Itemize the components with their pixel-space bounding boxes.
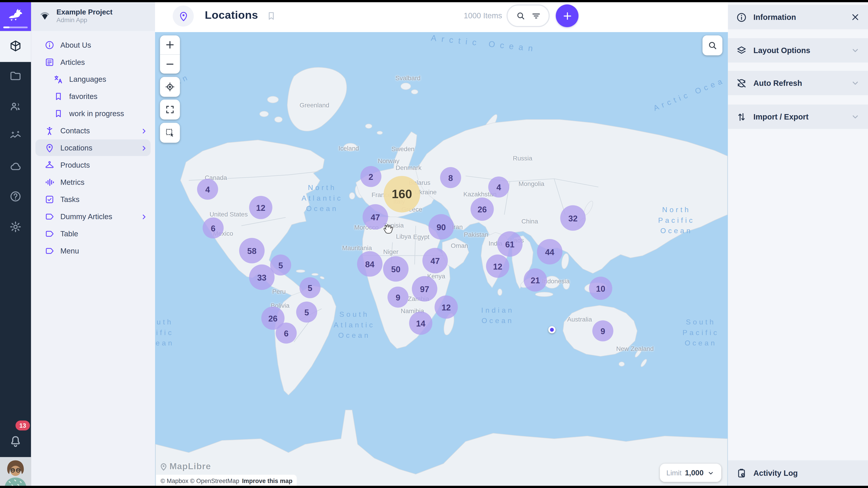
limit-dropdown[interactable]: Limit 1,000 bbox=[660, 464, 721, 482]
map-cluster-33[interactable]: 33 bbox=[249, 265, 275, 290]
chevron-down-icon[interactable] bbox=[850, 45, 860, 55]
person-icon bbox=[44, 126, 55, 136]
chevron-right-icon[interactable] bbox=[140, 144, 148, 153]
map-attribution[interactable]: © Mapbox © OpenStreetMap Improve this ma… bbox=[156, 475, 297, 487]
app-window: 13 Example Proj bbox=[0, 0, 868, 488]
collection-icon-button[interactable] bbox=[173, 5, 194, 26]
sidebar-item-products[interactable]: Products bbox=[31, 157, 155, 174]
sidebar-item-about-us[interactable]: About Us bbox=[31, 37, 155, 54]
panel-section-label: Information bbox=[753, 13, 796, 22]
label-icon bbox=[44, 228, 55, 239]
map-cluster-84[interactable]: 84 bbox=[357, 251, 383, 277]
sidebar-item-contacts[interactable]: Contacts bbox=[31, 122, 155, 139]
map-cluster-160[interactable]: 160 bbox=[383, 176, 420, 213]
chevron-down-icon bbox=[707, 469, 715, 477]
map-search-button[interactable] bbox=[703, 35, 722, 55]
add-item-button[interactable] bbox=[556, 4, 579, 27]
map-cluster-5[interactable]: 5 bbox=[300, 277, 320, 298]
sidebar-item-locations[interactable]: Locations bbox=[31, 139, 155, 157]
sidebar-module-content-module[interactable] bbox=[0, 31, 31, 61]
user-avatar[interactable] bbox=[0, 457, 31, 488]
panel-section-layout-options[interactable]: Layout Options bbox=[728, 38, 868, 63]
ocean-label: NorthAtlanticOcean bbox=[302, 182, 343, 214]
map-cluster-2[interactable]: 2 bbox=[360, 166, 381, 187]
close-icon[interactable] bbox=[850, 12, 860, 22]
maplibre-logo[interactable]: MapLibre bbox=[159, 461, 211, 471]
panel-section-activity-log[interactable]: Activity Log bbox=[728, 460, 868, 486]
map-cluster-8[interactable]: 8 bbox=[440, 167, 461, 188]
map-cluster-4[interactable]: 4 bbox=[197, 179, 218, 200]
map-cluster-47[interactable]: 47 bbox=[423, 248, 448, 273]
notifications-button[interactable]: 13 bbox=[0, 426, 31, 457]
letterbox-top bbox=[0, 0, 868, 2]
sidebar-item-dummy-articles[interactable]: Dummy Articles bbox=[31, 208, 155, 225]
sidebar-item-favorites[interactable]: favorites bbox=[31, 88, 155, 105]
attribution-text: © Mapbox © OpenStreetMap bbox=[160, 477, 239, 484]
sidebar-item-work-in-progress[interactable]: work in progress bbox=[31, 105, 155, 122]
map-cluster-12[interactable]: 12 bbox=[249, 196, 272, 219]
map-cluster-14[interactable]: 14 bbox=[409, 312, 432, 335]
map-cluster-90[interactable]: 90 bbox=[429, 214, 454, 240]
map-cluster-61[interactable]: 61 bbox=[497, 231, 523, 257]
chevron-right-icon[interactable] bbox=[140, 212, 148, 221]
map-cluster-26[interactable]: 26 bbox=[471, 197, 494, 221]
chevron-down-icon[interactable] bbox=[850, 78, 860, 88]
panel-section-auto-refresh[interactable]: Auto Refresh bbox=[728, 71, 868, 95]
map-cluster-6[interactable]: 6 bbox=[276, 323, 297, 344]
sidebar-item-label: Menu bbox=[60, 247, 79, 255]
map-cluster-12[interactable]: 12 bbox=[434, 295, 458, 319]
map-cluster-4[interactable]: 4 bbox=[488, 176, 509, 197]
sidebar-module-settings-module[interactable] bbox=[0, 212, 31, 241]
sidebar-item-table[interactable]: Table bbox=[31, 225, 155, 242]
map-canvas[interactable]: GreenlandSvalbardIcelandNorwaySwedenDenm… bbox=[155, 32, 728, 488]
project-switcher[interactable]: Example Project Admin App bbox=[31, 0, 155, 31]
zoom-in-button[interactable] bbox=[160, 35, 180, 54]
sidebar-item-menu[interactable]: Menu bbox=[31, 242, 155, 260]
map-cluster-47[interactable]: 47 bbox=[363, 204, 388, 230]
map-cluster-58[interactable]: 58 bbox=[239, 238, 265, 263]
country-label: Pakistan bbox=[464, 231, 488, 238]
label-icon bbox=[44, 212, 55, 222]
map-cluster-21[interactable]: 21 bbox=[524, 268, 547, 292]
app-logo[interactable] bbox=[0, 0, 31, 31]
zoom-out-button[interactable] bbox=[160, 55, 180, 73]
map-cluster-97[interactable]: 97 bbox=[412, 276, 437, 302]
panel-section-information[interactable]: Information bbox=[728, 5, 868, 29]
sidebar-item-languages[interactable]: Languages bbox=[31, 71, 155, 88]
chevron-right-icon[interactable] bbox=[140, 127, 148, 135]
map-cluster-44[interactable]: 44 bbox=[537, 239, 563, 265]
map-cluster-12[interactable]: 12 bbox=[486, 255, 509, 278]
project-name: Example Project bbox=[57, 7, 113, 16]
sidebar-module-users-module[interactable] bbox=[0, 91, 31, 121]
fullscreen-button[interactable] bbox=[160, 100, 180, 120]
ocean-label: uthificean bbox=[156, 317, 175, 348]
country-label: China bbox=[522, 218, 538, 225]
panel-section-import-export[interactable]: Import / Export bbox=[728, 105, 868, 129]
chevron-down-icon[interactable] bbox=[850, 112, 860, 122]
map-cluster-10[interactable]: 10 bbox=[589, 276, 612, 300]
sidebar-item-articles[interactable]: Articles bbox=[31, 54, 155, 71]
sidebar-module-insights-module[interactable] bbox=[0, 121, 31, 151]
country-label: Sweden bbox=[392, 145, 414, 152]
country-label: New Zealand bbox=[616, 345, 654, 352]
map-cluster-32[interactable]: 32 bbox=[560, 205, 586, 231]
map-cluster-50[interactable]: 50 bbox=[383, 256, 409, 282]
page-title: Locations bbox=[205, 9, 258, 22]
sidebar-item-tasks[interactable]: Tasks bbox=[31, 191, 155, 208]
sidebar-item-metrics[interactable]: Metrics bbox=[31, 174, 155, 191]
layers-icon bbox=[736, 44, 747, 56]
geolocate-button[interactable] bbox=[160, 77, 180, 97]
improve-map-link[interactable]: Improve this map bbox=[242, 477, 292, 484]
map-cluster-6[interactable]: 6 bbox=[203, 217, 223, 238]
sidebar-module-cloud-module[interactable] bbox=[0, 151, 31, 181]
sidebar-module-help-module[interactable] bbox=[0, 182, 31, 211]
sidebar-item-label: Metrics bbox=[60, 178, 85, 187]
bookmark-icon[interactable] bbox=[266, 11, 277, 22]
map-cluster-9[interactable]: 9 bbox=[592, 320, 613, 341]
search-filter-button[interactable] bbox=[506, 4, 550, 27]
sidebar-module-files-module[interactable] bbox=[0, 61, 31, 91]
box-select-button[interactable] bbox=[160, 123, 180, 143]
map-cluster-9[interactable]: 9 bbox=[388, 287, 408, 308]
single-point-marker[interactable] bbox=[548, 326, 556, 333]
map-cluster-5[interactable]: 5 bbox=[296, 302, 317, 323]
